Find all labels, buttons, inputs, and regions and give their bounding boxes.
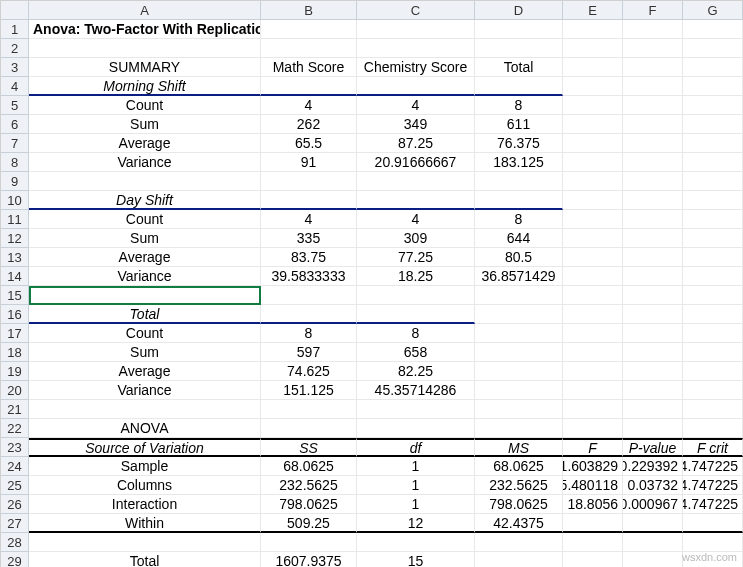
cell[interactable]	[683, 343, 743, 362]
cell[interactable]	[261, 305, 357, 324]
anova-total-ss[interactable]: 1607.9375	[261, 552, 357, 567]
row-header-22[interactable]: 22	[1, 419, 29, 438]
cell[interactable]	[683, 153, 743, 172]
row-header-28[interactable]: 28	[1, 533, 29, 552]
row-header-11[interactable]: 11	[1, 210, 29, 229]
label[interactable]: Variance	[29, 153, 261, 172]
row-header-23[interactable]: 23	[1, 438, 29, 457]
value[interactable]: 76.375	[475, 134, 563, 153]
cell[interactable]	[623, 305, 683, 324]
row-header-19[interactable]: 19	[1, 362, 29, 381]
col-header-E[interactable]: E	[563, 1, 623, 20]
value[interactable]: 4.747225	[683, 495, 743, 514]
row-header-26[interactable]: 26	[1, 495, 29, 514]
label[interactable]: Variance	[29, 267, 261, 286]
cell[interactable]	[623, 286, 683, 305]
cell[interactable]	[475, 381, 563, 400]
col-header-A[interactable]: A	[29, 1, 261, 20]
row-header-6[interactable]: 6	[1, 115, 29, 134]
row-header-10[interactable]: 10	[1, 191, 29, 210]
cell[interactable]	[563, 514, 623, 533]
row-header-9[interactable]: 9	[1, 172, 29, 191]
cell[interactable]	[683, 362, 743, 381]
row-header-14[interactable]: 14	[1, 267, 29, 286]
cell[interactable]	[563, 77, 623, 96]
value[interactable]: 8	[261, 324, 357, 343]
cell[interactable]	[623, 134, 683, 153]
col-header-D[interactable]: D	[475, 1, 563, 20]
value[interactable]: 232.5625	[261, 476, 357, 495]
cell[interactable]	[623, 343, 683, 362]
cell[interactable]	[683, 267, 743, 286]
cell[interactable]	[261, 400, 357, 419]
cell[interactable]	[563, 153, 623, 172]
value[interactable]: 232.5625	[475, 476, 563, 495]
cell[interactable]	[683, 229, 743, 248]
anova-source[interactable]: Interaction	[29, 495, 261, 514]
value[interactable]: 1	[357, 495, 475, 514]
cell[interactable]	[475, 286, 563, 305]
cell[interactable]	[683, 58, 743, 77]
anova-source[interactable]: Columns	[29, 476, 261, 495]
value[interactable]: 18.25	[357, 267, 475, 286]
value[interactable]: 5.480118	[563, 476, 623, 495]
cell[interactable]	[623, 248, 683, 267]
anova-total-label[interactable]: Total	[29, 552, 261, 567]
cell[interactable]	[357, 172, 475, 191]
cell[interactable]	[623, 172, 683, 191]
cell[interactable]	[683, 324, 743, 343]
cell[interactable]	[563, 134, 623, 153]
value[interactable]: 4	[357, 210, 475, 229]
cell[interactable]	[683, 96, 743, 115]
row-header-18[interactable]: 18	[1, 343, 29, 362]
value[interactable]: 597	[261, 343, 357, 362]
cell[interactable]	[683, 286, 743, 305]
cell[interactable]	[563, 248, 623, 267]
label[interactable]: Average	[29, 362, 261, 381]
row-header-16[interactable]: 16	[1, 305, 29, 324]
cell[interactable]	[563, 419, 623, 438]
value[interactable]: 611	[475, 115, 563, 134]
value[interactable]: 91	[261, 153, 357, 172]
anova-col-ms[interactable]: MS	[475, 438, 563, 457]
cell[interactable]	[357, 39, 475, 58]
cell[interactable]	[29, 39, 261, 58]
cell[interactable]	[475, 39, 563, 58]
cell[interactable]	[357, 533, 475, 552]
cell[interactable]	[623, 210, 683, 229]
value[interactable]: 36.8571429	[475, 267, 563, 286]
value[interactable]: 644	[475, 229, 563, 248]
cell[interactable]	[683, 172, 743, 191]
row-header-25[interactable]: 25	[1, 476, 29, 495]
cell[interactable]	[357, 20, 475, 39]
cell[interactable]	[683, 419, 743, 438]
label[interactable]: Count	[29, 210, 261, 229]
label[interactable]: Count	[29, 96, 261, 115]
cell[interactable]	[563, 305, 623, 324]
row-header-17[interactable]: 17	[1, 324, 29, 343]
cell[interactable]	[563, 96, 623, 115]
label[interactable]: Sum	[29, 343, 261, 362]
cell[interactable]	[563, 191, 623, 210]
cell[interactable]	[683, 305, 743, 324]
value[interactable]: 4	[261, 210, 357, 229]
cell[interactable]	[623, 153, 683, 172]
cell[interactable]	[475, 400, 563, 419]
row-header-20[interactable]: 20	[1, 381, 29, 400]
value[interactable]: 80.5	[475, 248, 563, 267]
cell[interactable]	[475, 552, 563, 567]
cell[interactable]	[563, 229, 623, 248]
row-header-3[interactable]: 3	[1, 58, 29, 77]
cell[interactable]	[475, 419, 563, 438]
value[interactable]: 83.75	[261, 248, 357, 267]
cell[interactable]	[683, 191, 743, 210]
cell[interactable]	[475, 20, 563, 39]
anova-source[interactable]: Sample	[29, 457, 261, 476]
cell[interactable]	[563, 362, 623, 381]
cell[interactable]	[683, 533, 743, 552]
value[interactable]: 1	[357, 457, 475, 476]
cell[interactable]	[683, 248, 743, 267]
row-header-12[interactable]: 12	[1, 229, 29, 248]
cell[interactable]	[683, 20, 743, 39]
cell[interactable]	[29, 172, 261, 191]
